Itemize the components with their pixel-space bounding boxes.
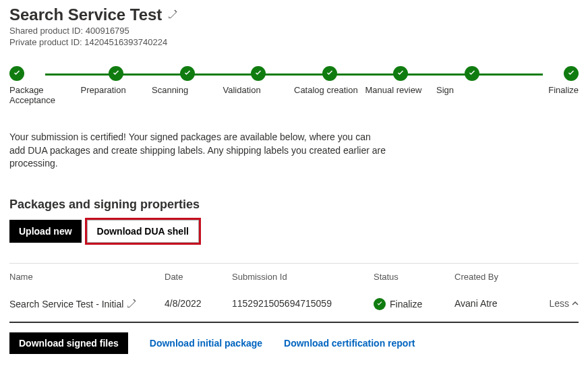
private-id-label: Private product ID:	[9, 37, 84, 47]
step-label: Preparation	[81, 85, 152, 95]
table-header: Name Date Submission Id Status Created B…	[9, 264, 579, 290]
step-manual-review: Manual review	[365, 66, 437, 95]
step-validation: Validation	[223, 66, 295, 95]
shared-product-id: Shared product ID: 400916795	[9, 26, 579, 36]
check-icon	[9, 66, 24, 81]
col-header-created-by: Created By	[454, 272, 522, 282]
shared-id-value: 400916795	[86, 26, 129, 36]
step-preparation: Preparation	[81, 66, 152, 95]
packages-table: Name Date Submission Id Status Created B…	[9, 263, 579, 323]
status-message: Your submission is certified! Your signe…	[9, 131, 387, 171]
check-icon	[564, 66, 579, 81]
col-header-name: Name	[9, 272, 165, 282]
step-sign: Sign	[436, 66, 508, 95]
upload-new-button[interactable]: Upload new	[9, 220, 82, 243]
edit-title-icon[interactable]	[167, 9, 178, 22]
step-finalize: Finalize	[508, 66, 579, 95]
check-icon	[180, 66, 195, 81]
check-icon	[465, 66, 479, 81]
step-package-acceptance: Package Acceptance	[9, 66, 81, 105]
row-date: 4/8/2022	[165, 298, 232, 309]
status-check-icon	[374, 298, 386, 310]
check-icon	[251, 66, 266, 81]
progress-steps: Package Acceptance Preparation Scanning …	[9, 66, 579, 105]
col-header-submission: Submission Id	[232, 272, 374, 282]
step-label: Sign	[436, 85, 508, 95]
step-label: Scanning	[152, 85, 223, 95]
row-toggle-label: Less	[549, 298, 569, 309]
download-dua-shell-button[interactable]: Download DUA shell	[87, 220, 199, 243]
page-title: Search Service Test	[9, 5, 162, 24]
table-row: Search Service Test - Initial 4/8/2022 1…	[9, 290, 579, 323]
step-catalog-creation: Catalog creation	[294, 66, 365, 95]
chevron-up-icon	[572, 298, 579, 309]
private-product-id: Private product ID: 14204516393740224	[9, 37, 579, 47]
check-icon	[393, 66, 408, 81]
row-status: Finalize	[390, 299, 422, 309]
step-scanning: Scanning	[152, 66, 223, 95]
download-certification-report-link[interactable]: Download certification report	[284, 338, 415, 349]
check-icon	[109, 66, 123, 81]
step-label: Finalize	[508, 85, 579, 95]
step-label: Package Acceptance	[9, 85, 81, 105]
shared-id-label: Shared product ID:	[9, 26, 86, 36]
row-created-by: Avani Atre	[454, 298, 522, 309]
row-submission-id: 1152921505694715059	[232, 298, 374, 309]
packages-section-title: Packages and signing properties	[9, 198, 579, 212]
download-initial-package-link[interactable]: Download initial package	[150, 338, 262, 349]
step-label: Manual review	[365, 85, 437, 95]
step-label: Catalog creation	[294, 85, 365, 95]
step-label: Validation	[223, 85, 295, 95]
col-header-status: Status	[374, 272, 454, 282]
col-header-date: Date	[165, 272, 232, 282]
row-toggle[interactable]: Less	[522, 298, 579, 309]
download-signed-files-button[interactable]: Download signed files	[9, 332, 128, 354]
check-icon	[322, 66, 337, 81]
row-name: Search Service Test - Initial	[9, 299, 123, 309]
edit-row-icon[interactable]	[126, 298, 137, 311]
private-id-value: 14204516393740224	[84, 37, 167, 47]
